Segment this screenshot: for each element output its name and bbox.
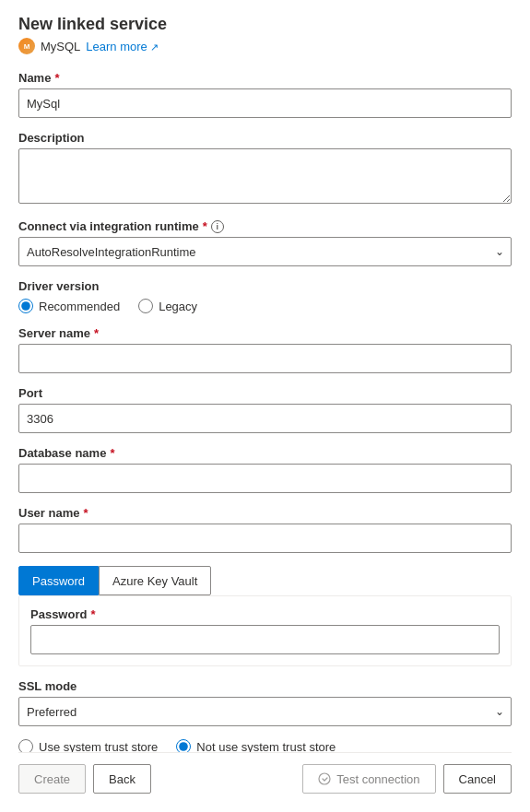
database-name-input[interactable] xyxy=(18,464,512,493)
connect-required: * xyxy=(203,219,207,233)
password-input[interactable] xyxy=(30,625,500,654)
test-connection-button[interactable]: Test connection xyxy=(302,764,435,794)
mysql-icon: M xyxy=(18,38,35,54)
database-name-label: Database name * xyxy=(18,446,512,460)
learn-more-link[interactable]: Learn more ↗ xyxy=(86,40,159,53)
external-link-icon: ↗ xyxy=(150,41,159,53)
server-name-input[interactable] xyxy=(18,344,512,373)
svg-point-0 xyxy=(319,773,330,784)
radio-recommended-label: Recommended xyxy=(39,300,120,313)
radio-legacy[interactable]: Legacy xyxy=(138,299,197,313)
connect-runtime-label: Connect via integration runtime * i xyxy=(18,219,512,233)
tab-password[interactable]: Password xyxy=(18,566,99,595)
password-label: Password * xyxy=(30,607,500,621)
trust-store-group: Use system trust store Not use system tr… xyxy=(18,739,512,752)
server-name-group: Server name * xyxy=(18,326,512,373)
page-title: New linked service xyxy=(18,15,512,34)
name-group: Name * xyxy=(18,71,512,118)
trust-store-not-use-label: Not use system trust store xyxy=(196,740,336,753)
driver-version-label: Driver version xyxy=(18,279,512,293)
header: New linked service M MySQL Learn more ↗ xyxy=(18,15,512,71)
subtitle-text: MySQL xyxy=(41,40,80,53)
port-input[interactable] xyxy=(18,404,512,433)
driver-version-group: Driver version Recommended Legacy xyxy=(18,279,512,313)
ssl-mode-select-wrapper: Preferred Required Disabled ⌄ xyxy=(18,697,512,726)
user-name-group: User name * xyxy=(18,506,512,553)
auth-tabs-group: Password Azure Key Vault Password * xyxy=(18,566,512,666)
server-name-label: Server name * xyxy=(18,326,512,340)
auth-tab-group: Password Azure Key Vault xyxy=(18,566,512,595)
password-section: Password * xyxy=(18,595,512,666)
port-group: Port xyxy=(18,386,512,433)
trust-store-not-use[interactable]: Not use system trust store xyxy=(176,739,336,752)
radio-recommended[interactable]: Recommended xyxy=(18,299,120,313)
database-name-required: * xyxy=(110,446,114,460)
radio-recommended-input[interactable] xyxy=(18,299,33,313)
name-label: Name * xyxy=(18,71,512,85)
ssl-mode-select[interactable]: Preferred Required Disabled xyxy=(18,697,512,726)
cancel-button[interactable]: Cancel xyxy=(443,764,512,794)
subtitle-row: M MySQL Learn more ↗ xyxy=(18,38,512,54)
server-name-required: * xyxy=(94,326,99,340)
name-required: * xyxy=(54,71,59,85)
trust-store-use[interactable]: Use system trust store xyxy=(18,739,158,752)
description-label: Description xyxy=(18,131,512,145)
main-content: Name * Description Connect via integrati… xyxy=(18,71,512,752)
description-input[interactable] xyxy=(18,148,512,204)
user-name-label: User name * xyxy=(18,506,512,520)
password-required: * xyxy=(90,607,95,621)
test-connection-icon xyxy=(318,772,331,785)
user-name-input[interactable] xyxy=(18,524,512,553)
connect-info-icon[interactable]: i xyxy=(211,220,224,233)
driver-version-radio-group: Recommended Legacy xyxy=(18,299,512,313)
trust-store-not-use-input[interactable] xyxy=(176,739,191,752)
description-group: Description xyxy=(18,131,512,206)
trust-store-use-label: Use system trust store xyxy=(39,740,158,753)
radio-legacy-input[interactable] xyxy=(138,299,153,313)
trust-store-use-input[interactable] xyxy=(18,739,33,752)
create-button[interactable]: Create xyxy=(18,764,86,794)
back-button[interactable]: Back xyxy=(93,764,151,794)
ssl-mode-group: SSL mode Preferred Required Disabled ⌄ xyxy=(18,679,512,726)
footer: Create Back Test connection Cancel xyxy=(18,752,512,794)
radio-legacy-label: Legacy xyxy=(159,300,197,313)
page-container: New linked service M MySQL Learn more ↗ … xyxy=(0,0,530,812)
ssl-mode-label: SSL mode xyxy=(18,679,512,693)
port-label: Port xyxy=(18,386,512,400)
name-input[interactable] xyxy=(18,88,512,118)
connect-runtime-select[interactable]: AutoResolveIntegrationRuntime xyxy=(18,237,512,266)
connect-runtime-group: Connect via integration runtime * i Auto… xyxy=(18,219,512,266)
connect-runtime-select-wrapper: AutoResolveIntegrationRuntime ⌄ xyxy=(18,237,512,266)
user-name-required: * xyxy=(83,506,88,520)
database-name-group: Database name * xyxy=(18,446,512,493)
tab-azure-key-vault[interactable]: Azure Key Vault xyxy=(99,566,211,595)
